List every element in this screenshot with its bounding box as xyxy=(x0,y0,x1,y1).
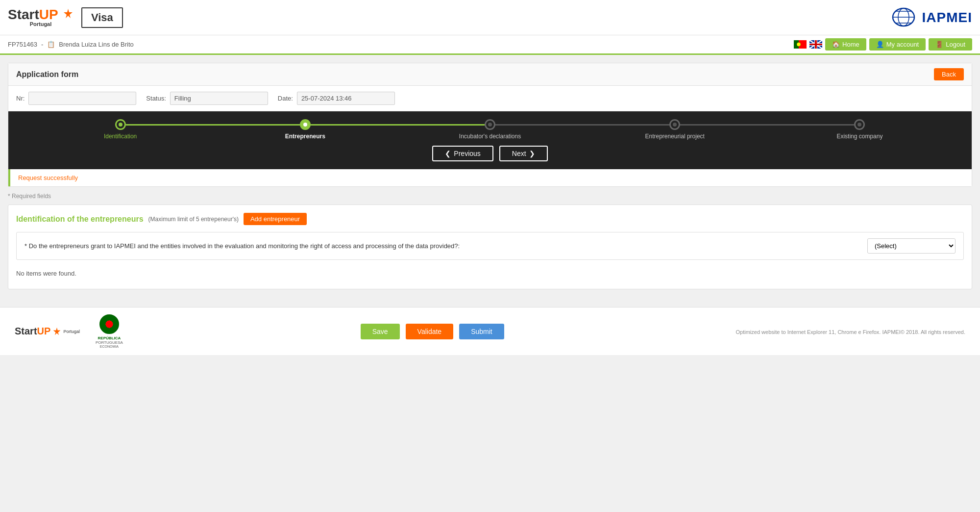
step-incubators[interactable]: Incubator's declarations xyxy=(397,119,582,140)
back-button[interactable]: Back xyxy=(934,68,964,80)
header: StartUP Portugal Visa IAPMEI xyxy=(0,0,980,35)
nr-group: Nr: xyxy=(16,92,136,105)
submit-button[interactable]: Submit xyxy=(459,324,504,339)
data-question-row: * Do the entrepreneurs grant to IAPMEI a… xyxy=(16,232,964,260)
home-button[interactable]: 🏠 Home xyxy=(825,38,866,51)
user-id: FP751463 xyxy=(8,41,37,48)
validate-button[interactable]: Validate xyxy=(406,324,454,339)
save-button[interactable]: Save xyxy=(361,324,400,339)
nav-right: 🏠 Home 👤 My account 🚪 Logout xyxy=(794,38,972,51)
footer-startup-logo: StartUP Portugal xyxy=(15,326,80,337)
add-entrepreneur-button[interactable]: Add entrepreneur xyxy=(244,213,307,225)
footer-republica-logo: REPÚBLICA PORTUGUESA ECONOMIA xyxy=(90,314,129,348)
nav-bar: FP751463 - 📋 Brenda Luiza Lins de Brito … xyxy=(0,35,980,55)
step-circle-identification xyxy=(115,119,126,130)
footer-emblem xyxy=(99,314,119,334)
data-question-text: * Do the entrepreneurs grant to IAPMEI a… xyxy=(24,242,867,250)
step-label-existing: Existing company xyxy=(836,133,882,140)
user-name: Brenda Luiza Lins de Brito xyxy=(59,41,133,48)
home-icon: 🏠 xyxy=(832,41,840,48)
step-entrepreneurial[interactable]: Entrepreneurial project xyxy=(583,119,767,140)
svg-marker-0 xyxy=(64,9,73,18)
footer-startup-flag-icon xyxy=(52,327,61,336)
step-label-entrepreneurial: Entrepreneurial project xyxy=(645,133,705,140)
data-access-select[interactable]: (Select) Yes No xyxy=(867,238,956,254)
success-message: Request successfully xyxy=(8,169,972,186)
date-group: Date: xyxy=(278,92,395,105)
form-fields-row: Nr: Status: Date: xyxy=(8,86,972,111)
startup-logo: StartUP Portugal xyxy=(8,8,74,27)
previous-button[interactable]: ❮ Previous xyxy=(432,146,493,161)
svg-rect-15 xyxy=(809,44,822,45)
steps-container: Identification Entrepreneurs xyxy=(8,119,972,140)
app-form-header: Application form Back xyxy=(8,63,972,86)
my-account-button[interactable]: 👤 My account xyxy=(869,38,926,51)
step-existing[interactable]: Existing company xyxy=(767,119,952,140)
step-circle-entrepreneurs xyxy=(300,119,311,130)
nav-buttons: ❮ Previous Next ❯ xyxy=(8,146,972,161)
nr-label: Nr: xyxy=(16,95,24,102)
next-button[interactable]: Next ❯ xyxy=(499,146,548,161)
header-left: StartUP Portugal Visa xyxy=(8,7,123,28)
footer-buttons: Save Validate Submit xyxy=(361,324,504,339)
iapmei-logo: IAPMEI xyxy=(890,6,972,28)
required-note: * Required fields xyxy=(8,193,972,200)
status-group: Status: xyxy=(146,92,268,105)
date-input xyxy=(297,92,395,105)
footer-logos: StartUP Portugal REPÚBLICA PORTUGUESA EC… xyxy=(15,314,129,348)
nav-user-info: FP751463 - 📋 Brenda Luiza Lins de Brito xyxy=(8,41,134,48)
svg-point-8 xyxy=(797,43,801,47)
step-circle-incubators xyxy=(485,119,495,130)
footer: StartUP Portugal REPÚBLICA PORTUGUESA EC… xyxy=(0,307,980,355)
visa-badge: Visa xyxy=(81,7,123,28)
flag-en-icon[interactable] xyxy=(809,40,822,49)
main-content: Application form Back Nr: Status: Date: xyxy=(0,55,980,297)
svg-marker-16 xyxy=(53,327,61,335)
step-circle-existing xyxy=(854,119,865,130)
flag-pt-icon[interactable] xyxy=(794,40,807,49)
step-label-identification: Identification xyxy=(104,133,137,140)
section-title: Identification of the entrepreneurs (Max… xyxy=(16,213,964,225)
entrepreneurs-section: Identification of the entrepreneurs (Max… xyxy=(8,205,972,289)
logo-flag xyxy=(63,8,74,22)
iapmei-globe-icon xyxy=(890,6,917,28)
status-label: Status: xyxy=(146,95,166,102)
logout-button[interactable]: 🚪 Logout xyxy=(929,38,972,51)
footer-copyright: Optimized website to Internet Explorer 1… xyxy=(736,328,965,335)
date-label: Date: xyxy=(278,95,293,102)
no-items-text: No items were found. xyxy=(16,266,964,281)
application-form-panel: Application form Back Nr: Status: Date: xyxy=(8,63,972,187)
steps-bar: Identification Entrepreneurs xyxy=(8,111,972,169)
step-entrepreneurs[interactable]: Entrepreneurs xyxy=(213,119,397,140)
step-identification[interactable]: Identification xyxy=(28,119,213,140)
user-icon: 📋 xyxy=(47,41,55,48)
chevron-left-icon: ❮ xyxy=(445,150,451,157)
step-label-entrepreneurs: Entrepreneurs xyxy=(285,133,325,140)
nr-input[interactable] xyxy=(28,92,136,105)
app-form-title: Application form xyxy=(16,70,78,79)
step-circle-entrepreneurial xyxy=(669,119,680,130)
user-account-icon: 👤 xyxy=(876,41,884,48)
step-label-incubators: Incubator's declarations xyxy=(459,133,521,140)
status-input xyxy=(170,92,268,105)
chevron-right-icon: ❯ xyxy=(529,150,535,157)
logout-icon: 🚪 xyxy=(935,41,943,48)
